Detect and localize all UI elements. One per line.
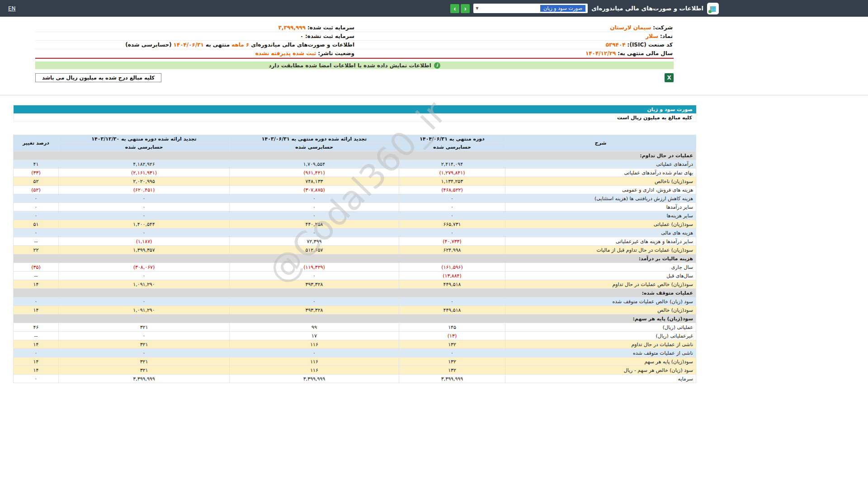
value-cell: ۰ [59, 332, 230, 340]
data-row: سود(زیان) پایه هر سهم۱۳۲۱۱۶۳۲۱۱۴ [14, 357, 696, 366]
info-value: سیمان لارستان [610, 24, 651, 31]
info-value: ۱۴۰۴/۱۲/۲۹ [585, 50, 616, 56]
col-subheader-audited-3: حسابرسی شده [59, 143, 230, 151]
income-statement-section: صورت سود و زیان کلیه مبالغ به میلیون ریا… [14, 105, 696, 383]
section-row: سود(زیان) پایه هر سهم: [14, 314, 696, 323]
col-subheader-audited-2: حسابرسی شده [230, 143, 399, 151]
value-cell: ۳,۳۹۹,۹۹۹ [399, 375, 505, 383]
company-info-right: شرکت:سیمان لارستاننماد:سلارکد صنعت (ISIC… [354, 23, 674, 58]
statement-nav-buttons: ‹ › [450, 4, 470, 13]
row-description: عملیاتی (ریال) [505, 323, 696, 332]
value-cell: ۰ [399, 349, 505, 357]
value-cell: ۴۴۹,۵۱۸ [399, 280, 505, 289]
change-cell: (۳۳) [14, 169, 59, 177]
col-header-change: درصد تغییر [14, 135, 59, 151]
info-label: نماد: [660, 33, 673, 39]
signature-match-banner: i اطلاعات نمایش داده شده با اطلاعات امضا… [35, 61, 674, 69]
company-info-row-registered-capital: سرمایه ثبت شده:۳,۳۹۹,۹۹۹ [35, 23, 354, 32]
value-cell: ۷۲,۳۹۹ [230, 237, 399, 246]
selected-statement-type: صورت سود و زیان [540, 5, 585, 12]
data-row: سایر درآمدها و هزینه های غیرعملیاتی(۴۰,۷… [14, 237, 696, 246]
value-cell: ۱۴۵ [399, 323, 505, 332]
next-statement-button[interactable]: › [461, 4, 470, 13]
row-description: سایر درآمدها و هزینه های غیرعملیاتی [505, 237, 696, 246]
data-row: درآمدهای عملیاتی۲,۴۱۴,۰۹۴۱,۷۰۹,۵۵۴۴,۱۸۲,… [14, 160, 696, 169]
prev-statement-button[interactable]: ‹ [450, 4, 459, 13]
value-cell: ۶۲۴,۹۹۸ [399, 246, 505, 254]
row-description: سال‌های قبل [505, 272, 696, 280]
data-row: غیرعملیاتی (ریال)(۱۳)۱۷۰-- [14, 332, 696, 340]
data-row: سایر هزینه‌ها۰۰۰۰ [14, 211, 696, 220]
value-cell: ۵۱۲,۶۵۷ [230, 246, 399, 254]
value-cell: ۰ [230, 203, 399, 211]
company-info-left: سرمایه ثبت شده:۳,۳۹۹,۹۹۹سرمایه ثبت نشده:… [35, 23, 354, 58]
value-cell: ۰ [59, 297, 230, 306]
value-cell: ۱,۴۰۰,۵۴۴ [59, 220, 230, 229]
value-cell: ۱۱۶ [230, 357, 399, 366]
value-cell: ۰ [59, 272, 230, 280]
value-cell: ۰ [230, 297, 399, 306]
change-cell: -- [14, 332, 59, 340]
info-value: ۱۴۰۴/۰۶/۳۱ [174, 42, 204, 48]
change-cell: ۰ [14, 203, 59, 211]
value-cell: ۳۲۱ [59, 340, 230, 349]
statement-title-bar: صورت سود و زیان [14, 105, 696, 113]
info-label: منتهی به [206, 42, 230, 48]
change-cell: ۰ [14, 349, 59, 357]
section-title: عملیات متوقف شده: [14, 289, 696, 297]
value-cell: ۱۱۶ [230, 340, 399, 349]
value-cell: ۳,۳۹۹,۹۹۹ [59, 375, 230, 383]
value-cell: (۳۰۸,۰۶۷) [59, 263, 230, 272]
info-label: سرمایه ثبت نشده: [305, 33, 354, 39]
change-cell: ۱۴ [14, 280, 59, 289]
section-row: عملیات متوقف شده: [14, 289, 696, 297]
header-band: شرکت:سیمان لارستاننماد:سلارکد صنعت (ISIC… [14, 23, 696, 82]
value-cell: ۰ [399, 229, 505, 237]
data-row: سود (زیان) خالص عملیات متوقف شده۰۰۰۰ [14, 297, 696, 306]
value-cell: ۱۳۲ [399, 366, 505, 375]
value-cell: (۱۶۱,۵۹۶) [399, 263, 505, 272]
income-statement-table: شرحدوره منتهی به ۱۴۰۴/۰۶/۳۱تجدید ارائه ش… [13, 135, 696, 383]
value-cell: ۴,۱۸۲,۹۲۶ [59, 160, 230, 169]
codal360-logo-icon[interactable]: ▦ [707, 3, 719, 14]
row-description: هزینه های مالی [505, 229, 696, 237]
data-row: سال‌های قبل(۱۳,۸۸۴)۰۰-- [14, 272, 696, 280]
value-cell: (۹۶۱,۴۲۱) [230, 169, 399, 177]
value-cell: ۱,۷۰۹,۵۵۴ [230, 160, 399, 169]
section-title: هزینه مالیات بر درآمد: [14, 254, 696, 263]
language-en-link[interactable]: EN [8, 5, 16, 12]
row-description: سود(زیان) پایه هر سهم [505, 357, 696, 366]
note-row: X کلیه مبالغ درج شده به میلیون ریال می ب… [35, 73, 674, 82]
data-row: سال جاری(۱۶۱,۵۹۶)(۱۱۹,۳۲۹)(۳۰۸,۰۶۷)(۳۵) [14, 263, 696, 272]
section-row: هزینه مالیات بر درآمد: [14, 254, 696, 263]
value-cell: ۳۹۳,۳۲۸ [230, 280, 399, 289]
value-cell: (۱۳,۸۸۴) [399, 272, 505, 280]
value-cell: ۰ [59, 203, 230, 211]
excel-export-icon[interactable]: X [665, 73, 674, 82]
section-row: عملیات در حال تداوم: [14, 151, 696, 160]
statement-type-select[interactable]: صورت سود و زیان ▼ [473, 4, 588, 13]
value-cell: ۳۲۱ [59, 366, 230, 375]
value-cell: ۱۱۶ [230, 366, 399, 375]
value-cell: (۳۰۷,۸۷۵) [230, 186, 399, 194]
value-cell: ۳۹۳,۳۲۸ [230, 306, 399, 314]
change-cell: ۰ [14, 297, 59, 306]
statement-title: صورت سود و زیان [647, 107, 693, 113]
row-description: سود(زیان) عملیات در حال تداوم قبل از مال… [505, 246, 696, 254]
value-cell: (۴۰,۷۳۳) [399, 237, 505, 246]
data-row: ناشی از عملیات متوقف شده۰۰۰۰ [14, 349, 696, 357]
company-info-row-fiscal-year-end: سال مالی منتهی به:۱۴۰۴/۱۲/۲۹ [354, 49, 674, 58]
row-description: سود (زیان) خالص عملیات متوقف شده [505, 297, 696, 306]
change-cell: -- [14, 272, 59, 280]
row-description: بهای تمام شده درآمدهای عملیاتی [505, 169, 696, 177]
section-divider [0, 95, 868, 95]
value-cell: ۰ [230, 229, 399, 237]
info-label: سرمایه ثبت شده: [307, 24, 354, 31]
value-cell: (۱,۲۷۹,۸۴۱) [399, 169, 505, 177]
company-info-box: شرکت:سیمان لارستاننماد:سلارکد صنعت (ISIC… [35, 23, 674, 59]
row-description: سرمایه [505, 375, 696, 383]
value-cell: ۴۴۹,۵۱۸ [399, 306, 505, 314]
company-info-row-company: شرکت:سیمان لارستان [354, 23, 674, 32]
value-cell: ۱,۳۹۹,۳۵۷ [59, 246, 230, 254]
million-rial-note: کلیه مبالغ درج شده به میلیون ریال می باش… [35, 73, 161, 82]
